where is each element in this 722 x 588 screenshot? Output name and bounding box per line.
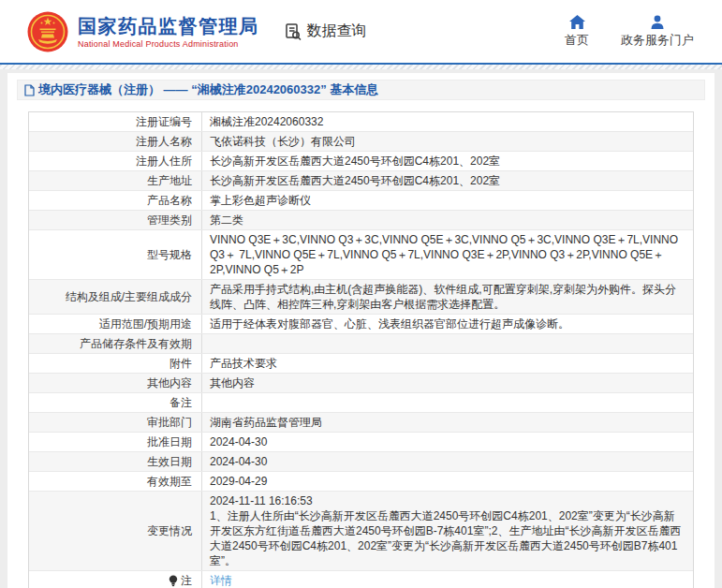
- row-value: VINNO Q3E＋3C,VINNO Q3＋3C,VINNO Q5E＋3C,VI…: [202, 230, 693, 279]
- row-label: 注册人名称: [29, 132, 202, 151]
- nav-home-label: 首页: [565, 32, 589, 49]
- row-value: 2024-11-11 16:16:53 1、注册人住所由“长沙高新开发区岳麓西大…: [202, 492, 693, 570]
- row-value: 2029-04-29: [202, 472, 693, 491]
- site-header: 国家药品监督管理局 National Medical Products Admi…: [0, 0, 722, 65]
- nav-portal[interactable]: 政务服务门户: [621, 15, 694, 49]
- row-label: 管理类别: [29, 211, 202, 229]
- document-icon: [24, 84, 35, 96]
- row-label: 生效日期: [29, 452, 202, 471]
- row-value: 掌上彩色超声诊断仪: [202, 191, 693, 210]
- row-label: 注: [29, 571, 202, 588]
- table-row: 有效期至2029-04-29: [29, 471, 693, 491]
- table-row: 其他内容其他内容: [29, 373, 693, 392]
- row-label: 注册证编号: [29, 112, 202, 131]
- row-value: 湖南省药品监督管理局: [202, 413, 693, 432]
- row-value: 产品采用手持式结构,由主机(含超声换能器)、软件组成,可配置穿刺架,穿刺架为外购…: [202, 280, 693, 314]
- row-value: [202, 393, 693, 412]
- table-row: 注册人名称飞依诺科技（长沙）有限公司: [29, 131, 693, 151]
- row-value: 长沙高新开发区岳麓西大道2450号环创园C4栋201、202室: [202, 152, 693, 170]
- person-icon: [650, 15, 665, 29]
- row-value: 长沙高新开发区岳麓西大道2450号环创园C4栋201、202室: [202, 171, 693, 190]
- table-row: 附件产品技术要求: [29, 353, 693, 373]
- agency-subtitle: National Medical Products Administration: [78, 39, 259, 49]
- info-table: 注册证编号湘械注准20242060332 注册人名称飞依诺科技（长沙）有限公司 …: [28, 111, 694, 588]
- row-label: 批准日期: [29, 433, 202, 451]
- breadcrumb: 境内医疗器械（注册） —— “湘械注准20242060332” 基本信息: [17, 80, 705, 100]
- table-row: 注册人住所长沙高新开发区岳麓西大道2450号环创园C4栋201、202室: [29, 151, 693, 170]
- table-row-note: 注 详情: [29, 570, 693, 588]
- row-value: 2024-04-30: [202, 452, 693, 471]
- agency-brand: 国家药品监督管理局 National Medical Products Admi…: [26, 10, 259, 53]
- row-label: 产品名称: [29, 191, 202, 210]
- table-row: 适用范围/预期用途适用于经体表对腹部器官、心脏、浅表组织器官部位进行超声成像诊断…: [29, 314, 693, 333]
- home-icon: [569, 15, 585, 29]
- row-label: 生产地址: [29, 171, 202, 190]
- table-row: 变更情况2024-11-11 16:16:53 1、注册人住所由“长沙高新开发区…: [29, 491, 693, 570]
- content-card: 境内医疗器械（注册） —— “湘械注准20242060332” 基本信息 注册证…: [7, 73, 715, 588]
- row-label: 备注: [29, 393, 202, 412]
- row-label: 有效期至: [29, 472, 202, 491]
- row-value: 适用于经体表对腹部器官、心脏、浅表组织器官部位进行超声成像诊断。: [202, 315, 693, 333]
- table-row: 备注: [29, 392, 693, 412]
- row-label: 适用范围/预期用途: [29, 315, 202, 333]
- table-row: 产品储存条件及有效期: [29, 333, 693, 353]
- table-row: 产品名称掌上彩色超声诊断仪: [29, 190, 693, 210]
- table-row: 生效日期2024-04-30: [29, 451, 693, 471]
- data-query-nav[interactable]: 数据查询: [284, 22, 367, 41]
- table-row: 生产地址长沙高新开发区岳麓西大道2450号环创园C4栋201、202室: [29, 170, 693, 190]
- nav-portal-label: 政务服务门户: [621, 32, 694, 49]
- row-label: 注册人住所: [29, 152, 202, 170]
- row-value: 第二类: [202, 211, 693, 229]
- row-label: 审批部门: [29, 413, 202, 432]
- row-label: 变更情况: [29, 492, 202, 570]
- row-label: 附件: [29, 354, 202, 373]
- table-row: 注册证编号湘械注准20242060332: [29, 112, 693, 131]
- table-row: 审批部门湖南省药品监督管理局: [29, 412, 693, 432]
- row-label: 其他内容: [29, 374, 202, 392]
- header-divider: [0, 65, 722, 69]
- row-label: 产品储存条件及有效期: [29, 334, 202, 353]
- row-value: 产品技术要求: [202, 354, 693, 373]
- nav-home[interactable]: 首页: [565, 15, 589, 49]
- table-row: 批准日期2024-04-30: [29, 432, 693, 451]
- table-row: 结构及组成/主要组成成分产品采用手持式结构,由主机(含超声换能器)、软件组成,可…: [29, 279, 693, 314]
- page-title: 境内医疗器械（注册） —— “湘械注准20242060332” 基本信息: [38, 81, 378, 98]
- table-row: 型号规格VINNO Q3E＋3C,VINNO Q3＋3C,VINNO Q5E＋3…: [29, 229, 693, 279]
- row-value: 2024-04-30: [202, 433, 693, 451]
- national-emblem-logo: [26, 10, 69, 53]
- row-value: 其他内容: [202, 374, 693, 392]
- row-value: 湘械注准20242060332: [202, 112, 693, 131]
- row-value: 飞依诺科技（长沙）有限公司: [202, 132, 693, 151]
- table-row: 管理类别第二类: [29, 210, 693, 229]
- row-value: [202, 334, 693, 353]
- agency-title: 国家药品监督管理局: [78, 15, 259, 37]
- lightbulb-icon: [169, 575, 178, 587]
- data-query-label: 数据查询: [307, 22, 367, 41]
- row-value: 详情: [202, 571, 693, 588]
- row-label: 结构及组成/主要组成成分: [29, 280, 202, 314]
- document-search-icon: [284, 22, 302, 41]
- row-label: 型号规格: [29, 230, 202, 279]
- details-link[interactable]: 详情: [210, 573, 232, 588]
